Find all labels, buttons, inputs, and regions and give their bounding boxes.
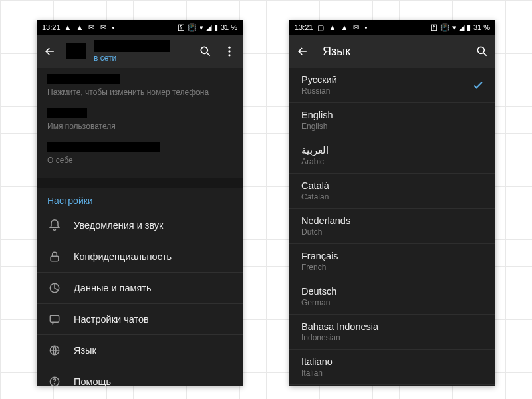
more-icon: •	[112, 23, 115, 31]
back-button[interactable]	[295, 43, 311, 59]
pie-icon	[47, 281, 62, 295]
language-native-name: Deutsch	[301, 286, 336, 297]
page-title: Язык	[323, 45, 350, 59]
bio-label: О себе	[47, 156, 232, 165]
language-english-name: Catalan	[301, 192, 329, 201]
battery-icon: ▮	[214, 23, 218, 32]
language-english-name: Indonesian	[301, 333, 378, 342]
language-english-name: Russian	[301, 86, 337, 96]
settings-item-label: Настройки чатов	[74, 314, 149, 325]
username-redacted	[94, 40, 170, 52]
wifi-icon: ▾	[200, 23, 203, 32]
check-icon	[471, 78, 485, 92]
status-bar: 13:21 ▲ ▲ ✉ ✉ • ⚿ 📳 ▾ ◢ ▮ 31 %	[37, 20, 243, 35]
lock-icon	[47, 249, 62, 264]
settings-item-language[interactable]: Язык	[37, 335, 243, 366]
settings-list: Уведомления и звук Конфиденциальность Да…	[37, 210, 243, 386]
username-field[interactable]: Имя пользователя	[47, 104, 232, 138]
svg-rect-6	[50, 315, 59, 322]
appbar: в сети	[37, 35, 243, 68]
mail-icon: ✉	[88, 23, 96, 31]
svg-point-9	[54, 384, 55, 384]
settings-item-label: Уведомления и звук	[74, 220, 163, 231]
bio-field[interactable]: О себе	[47, 138, 232, 172]
language-english-name: German	[301, 298, 336, 307]
settings-item-notifications[interactable]: Уведомления и звук	[37, 210, 243, 241]
settings-item-privacy[interactable]: Конфиденциальность	[37, 241, 243, 273]
image-icon: ▢	[317, 23, 325, 31]
language-item[interactable]: 한국어Korean	[289, 385, 495, 386]
language-native-name: Nederlands	[301, 215, 350, 226]
chat-icon	[47, 312, 62, 327]
language-item[interactable]: NederlandsDutch	[289, 209, 495, 244]
settings-heading: Настройки	[37, 188, 243, 210]
search-button[interactable]	[474, 43, 490, 59]
settings-item-label: Язык	[74, 345, 96, 356]
svg-point-3	[228, 54, 230, 56]
language-item[interactable]: FrançaisFrench	[289, 244, 495, 279]
svg-point-2	[228, 50, 230, 52]
notif-icon: ▲	[65, 23, 72, 31]
language-english-name: English	[301, 122, 333, 131]
settings-item-label: Помощь	[74, 376, 111, 386]
back-button[interactable]	[42, 43, 58, 59]
help-icon	[47, 374, 62, 386]
language-native-name: العربية	[301, 145, 329, 156]
language-native-name: Català	[301, 180, 329, 191]
settings-item-label: Конфиденциальность	[74, 251, 172, 262]
settings-item-chats[interactable]: Настройки чатов	[37, 304, 243, 335]
language-item[interactable]: ItalianoItalian	[289, 350, 495, 385]
profile-section: Нажмите, чтобы изменить номер телефона И…	[37, 68, 243, 178]
settings-item-help[interactable]: Помощь	[37, 366, 243, 386]
bell-icon	[47, 218, 62, 233]
overflow-button[interactable]	[221, 43, 237, 59]
language-list: РусскийRussianEnglishEnglishالعربيةArabi…	[289, 68, 495, 386]
notif-icon: ▲	[329, 23, 337, 31]
signal-icon: ◢	[459, 23, 464, 32]
svg-point-0	[201, 47, 207, 53]
svg-point-10	[477, 47, 484, 53]
language-native-name: English	[301, 110, 333, 120]
appbar: Язык	[289, 35, 495, 68]
username-redacted	[47, 108, 87, 118]
vibrate-icon: 📳	[440, 23, 450, 32]
battery-text: 31 %	[473, 23, 490, 31]
search-button[interactable]	[198, 43, 213, 59]
language-item[interactable]: РусскийRussian	[289, 68, 495, 103]
language-native-name: Русский	[301, 74, 337, 85]
mail-icon: ✉	[353, 23, 361, 31]
phone-field[interactable]: Нажмите, чтобы изменить номер телефона	[47, 70, 232, 104]
settings-item-data[interactable]: Данные и память	[37, 273, 243, 304]
status-bar: 13:21 ▢ ▲ ▲ ✉ • ⚿ 📳 ▾ ◢ ▮ 31 %	[289, 20, 495, 35]
phone-redacted	[47, 74, 120, 84]
language-item[interactable]: CatalàCatalan	[289, 174, 495, 209]
globe-icon	[47, 343, 62, 358]
language-item[interactable]: EnglishEnglish	[289, 103, 495, 138]
settings-screen: 13:21 ▲ ▲ ✉ ✉ • ⚿ 📳 ▾ ◢ ▮ 31 % в сети	[37, 20, 243, 386]
language-english-name: French	[301, 263, 338, 272]
language-native-name: Italiano	[301, 356, 332, 367]
section-divider	[37, 178, 243, 188]
status-time: 13:21	[42, 23, 61, 31]
language-item[interactable]: العربيةArabic	[289, 138, 495, 174]
key-icon: ⚿	[178, 23, 185, 31]
svg-point-1	[228, 47, 230, 49]
language-native-name: Français	[301, 251, 338, 261]
notif-icon: ▲	[76, 23, 84, 31]
signal-icon: ◢	[206, 23, 211, 32]
key-icon: ⚿	[430, 23, 438, 31]
phone-label: Нажмите, чтобы изменить номер телефона	[47, 88, 232, 97]
online-status: в сети	[94, 53, 170, 63]
notif-icon: ▲	[341, 23, 349, 31]
language-screen: 13:21 ▢ ▲ ▲ ✉ • ⚿ 📳 ▾ ◢ ▮ 31 % Язык Русс…	[289, 20, 495, 386]
status-time: 13:21	[295, 23, 313, 31]
language-item[interactable]: DeutschGerman	[289, 279, 495, 315]
language-native-name: Bahasa Indonesia	[301, 321, 378, 332]
language-english-name: Dutch	[301, 227, 350, 237]
svg-rect-4	[51, 256, 59, 261]
language-item[interactable]: Bahasa IndonesiaIndonesian	[289, 315, 495, 350]
username-label: Имя пользователя	[47, 122, 232, 131]
vibrate-icon: 📳	[188, 23, 197, 32]
battery-icon: ▮	[467, 23, 471, 32]
mail-icon: ✉	[100, 23, 108, 31]
